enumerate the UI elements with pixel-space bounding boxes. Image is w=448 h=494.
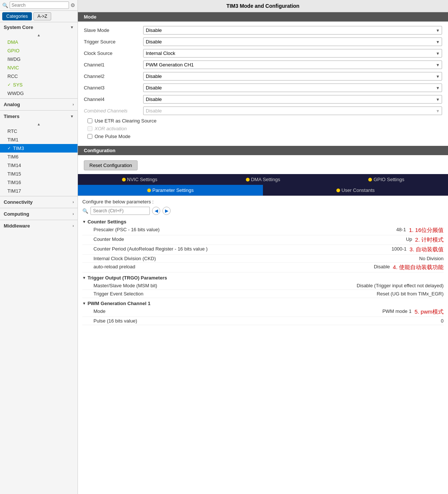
annotation-counter-period: 3. 自动装载值	[409, 246, 444, 253]
trigger-source-select[interactable]: Disable	[143, 37, 442, 46]
gear-icon[interactable]: ⚙	[70, 2, 75, 8]
etr-clearing-checkbox[interactable]	[88, 118, 92, 123]
param-search-input[interactable]	[90, 207, 150, 215]
channel1-dropdown-wrapper: PWM Generation CH1 ▼	[143, 60, 442, 69]
sidebar-tab-bar: Categories A->Z	[0, 11, 78, 22]
one-pulse-label: One Pulse Mode	[95, 134, 131, 139]
sidebar-item-sys[interactable]: ✓ SYS	[0, 81, 78, 89]
pwm-generation-header[interactable]: ▼ PWM Generation Channel 1	[82, 300, 444, 307]
combined-channels-select[interactable]: Disable	[143, 107, 442, 115]
channel1-row: Channel1 PWM Generation CH1 ▼	[84, 60, 442, 69]
dot-icon-gpio	[368, 178, 372, 181]
sidebar-item-dma[interactable]: DMA	[0, 38, 78, 46]
sidebar-item-rcc[interactable]: RCC	[0, 72, 78, 81]
xor-activation-label: XOR activation	[95, 126, 127, 131]
tab-dma-settings[interactable]: DMA Settings	[201, 174, 325, 185]
sidebar-item-iwdg[interactable]: IWDG	[0, 55, 78, 63]
channel2-row: Channel2 Disable ▼	[84, 72, 442, 81]
sidebar-item-tim6[interactable]: TIM6	[0, 153, 78, 161]
param-row-autoreload: auto-reload preload Disable 4. 使能自动装载功能	[82, 263, 444, 272]
dot-icon-user-constants	[336, 189, 340, 192]
param-name-pulse: Pulse (16 bits value)	[93, 318, 441, 324]
section-analog-header[interactable]: Analog ›	[0, 99, 78, 109]
param-row-pulse: Pulse (16 bits value) 0	[82, 317, 444, 325]
section-middleware: Middleware ›	[0, 221, 78, 231]
clock-source-label: Clock Source	[84, 50, 143, 56]
sidebar-item-wwdg[interactable]: WWDG	[0, 89, 78, 98]
param-area: Configure the below parameters : 🔍 ◀ ▶ ▼…	[78, 196, 448, 330]
clock-source-select[interactable]: Internal Clock	[143, 49, 442, 58]
param-name-trigger-event: Trigger Event Selection	[93, 291, 377, 297]
param-row-msm: Master/Slave Mode (MSM bit) Disable (Tri…	[82, 282, 444, 290]
xor-activation-row: XOR activation	[84, 126, 442, 131]
channel3-select[interactable]: Disable	[143, 84, 442, 92]
sidebar-item-tim1[interactable]: TIM1	[0, 135, 78, 144]
section-system-core-header[interactable]: System Core ▼	[0, 22, 78, 32]
sidebar-item-tim17[interactable]: TIM17	[0, 187, 78, 195]
trigger-source-label: Trigger Source	[84, 39, 143, 45]
sidebar-item-rtc[interactable]: RTC	[0, 127, 78, 135]
combined-channels-row: Combined Channels Disable ▼	[84, 107, 442, 115]
slave-mode-select[interactable]: Disable	[143, 26, 442, 35]
param-row-prescaler: Prescaler (PSC - 16 bits value) 48-1 1. …	[82, 226, 444, 235]
sidebar-item-tim16[interactable]: TIM16	[0, 178, 78, 187]
section-middleware-header[interactable]: Middleware ›	[0, 221, 78, 231]
channel1-label: Channel1	[84, 62, 143, 68]
next-nav-button[interactable]: ▶	[162, 207, 171, 215]
channel1-select[interactable]: PWM Generation CH1	[143, 60, 442, 69]
tab-user-constants[interactable]: User Constants	[263, 185, 448, 196]
param-value-autoreload: Disable	[374, 264, 390, 271]
channel4-select[interactable]: Disable	[143, 95, 442, 104]
slave-mode-row: Slave Mode Disable ▼	[84, 26, 442, 35]
param-name-autoreload: auto-reload preload	[93, 264, 374, 271]
chevron-down-icon-counter: ▼	[82, 220, 86, 224]
tab-categories[interactable]: Categories	[2, 12, 32, 20]
clock-source-row: Clock Source Internal Clock ▼	[84, 49, 442, 58]
slave-mode-label: Slave Mode	[84, 27, 143, 33]
param-value-counter-period: 1000-1	[392, 246, 406, 253]
sidebar-item-tim3[interactable]: ✓ TIM3	[0, 144, 78, 153]
config-section-header: Configuration	[78, 146, 448, 155]
one-pulse-row: One Pulse Mode	[84, 134, 442, 139]
xor-activation-checkbox[interactable]	[88, 126, 92, 131]
sidebar-item-tim14[interactable]: TIM14	[0, 161, 78, 170]
clock-source-dropdown-wrapper: Internal Clock ▼	[143, 49, 442, 58]
config-tabs-row1: NVIC Settings DMA Settings GPIO Settings	[78, 174, 448, 185]
chevron-down-icon-pwm: ▼	[82, 301, 86, 305]
trigger-output-header[interactable]: ▼ Trigger Output (TRGO) Parameters	[82, 274, 444, 282]
section-connectivity-header[interactable]: Connectivity ›	[0, 197, 78, 207]
param-name-ckd: Internal Clock Division (CKD)	[93, 256, 419, 261]
tab-parameter-settings[interactable]: Parameter Settings	[78, 185, 263, 196]
channel4-label: Channel4	[84, 96, 143, 102]
section-computing-header[interactable]: Computing ›	[0, 209, 78, 219]
sidebar-item-tim15[interactable]: TIM15	[0, 170, 78, 178]
tab-nvic-settings[interactable]: NVIC Settings	[78, 174, 201, 185]
param-row-trigger-event: Trigger Event Selection Reset (UG bit fr…	[82, 290, 444, 298]
sidebar-search-input[interactable]	[10, 1, 69, 9]
sidebar-item-nvic[interactable]: NVIC	[0, 63, 78, 72]
tab-az[interactable]: A->Z	[33, 12, 51, 20]
section-timers: Timers ▼ ▲ RTC TIM1 ✓ TIM3 TIM6 TIM14 TI…	[0, 111, 78, 197]
dot-icon-nvic	[122, 178, 126, 181]
combined-channels-dropdown-wrapper: Disable ▼	[143, 107, 442, 115]
config-tabs-row2: Parameter Settings User Constants	[78, 185, 448, 196]
section-analog: Analog ›	[0, 99, 78, 111]
param-value-ckd: No Division	[419, 256, 444, 261]
sidebar-item-gpio[interactable]: GPIO	[0, 46, 78, 55]
etr-clearing-label: Use ETR as Clearing Source	[95, 118, 157, 124]
counter-settings-header[interactable]: ▼ Counter Settings	[82, 218, 444, 226]
param-row-counter-mode: Counter Mode Up 2. 计时模式	[82, 235, 444, 245]
tab-gpio-settings[interactable]: GPIO Settings	[325, 174, 448, 185]
chevron-right-icon-middleware: ›	[73, 224, 74, 228]
reset-config-button[interactable]: Reset Configuration	[84, 160, 138, 170]
param-name-counter-period: Counter Period (AutoReload Register - 16…	[93, 246, 392, 253]
mode-section: Slave Mode Disable ▼ Trigger Source Disa…	[78, 22, 448, 146]
prev-nav-button[interactable]: ◀	[152, 207, 160, 215]
section-timers-header[interactable]: Timers ▼	[0, 111, 78, 121]
channel2-select[interactable]: Disable	[143, 72, 442, 81]
channel3-dropdown-wrapper: Disable ▼	[143, 84, 442, 92]
scroll-up-indicator: ▲	[0, 32, 78, 38]
one-pulse-checkbox[interactable]	[88, 134, 92, 139]
section-computing: Computing ›	[0, 209, 78, 221]
channel2-label: Channel2	[84, 73, 143, 79]
